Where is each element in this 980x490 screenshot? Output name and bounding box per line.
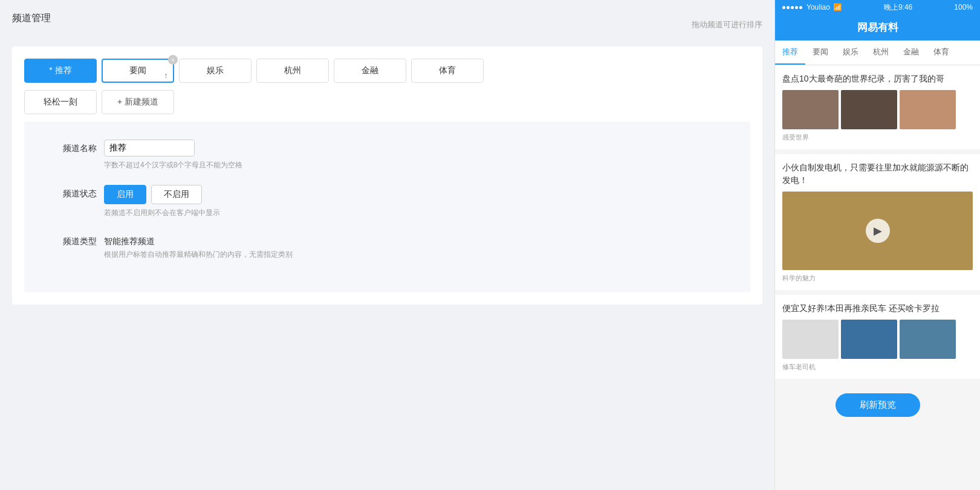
- tab-new-label: + 新建频道: [117, 97, 158, 108]
- tab-jinrong[interactable]: 金融: [334, 59, 406, 83]
- phone-app-title: 网易有料: [857, 22, 898, 33]
- news-title-3: 便宜又好养!本田再推亲民车 还买啥卡罗拉: [782, 302, 973, 315]
- news-images-1: [782, 90, 973, 129]
- tab-qingsong[interactable]: 轻松一刻: [24, 90, 97, 114]
- news-img-3-2: [841, 320, 897, 359]
- tab-tuijian-label: * 推荐: [49, 65, 71, 76]
- tab-yaojian[interactable]: × 要闻 ↑: [102, 59, 174, 83]
- channel-name-input[interactable]: [104, 140, 195, 156]
- status-dots: [782, 6, 802, 9]
- tab-yaojian-close[interactable]: ×: [168, 55, 178, 65]
- status-hint: 若频道不启用则不会在客户端中显示: [104, 208, 726, 218]
- form-label-name: 频道名称: [48, 140, 97, 154]
- tab-jinrong-label: 金融: [362, 65, 378, 76]
- form-row-status: 频道状态 启用 不启用 若频道不启用则不会在客户端中显示: [48, 185, 726, 218]
- news-card-3[interactable]: 便宜又好养!本田再推亲民车 还买啥卡罗拉 修车老司机: [775, 295, 980, 379]
- phone-tab-hangzhou[interactable]: 杭州: [866, 40, 896, 65]
- phone-content: 盘点10大最奇葩的世界纪录，厉害了我的哥 感受世界 小伙自制发电机，只需要往里加…: [775, 65, 980, 490]
- dot-4: [795, 6, 798, 9]
- battery-status: 100%: [954, 3, 973, 11]
- phone-tab-yule[interactable]: 娱乐: [836, 40, 866, 65]
- tab-tiyu[interactable]: 体育: [411, 59, 484, 83]
- page-title: 频道管理: [12, 12, 51, 25]
- channel-tabs-row1: * 推荐 × 要闻 ↑ 娱乐 杭州 金融 体育: [24, 59, 750, 83]
- news-img-3-1: [782, 320, 839, 359]
- channel-header: 频道管理 拖动频道可进行排序: [12, 12, 762, 37]
- cursor-icon: ↑: [164, 71, 168, 80]
- news-card-1[interactable]: 盘点10大最奇葩的世界纪录，厉害了我的哥 感受世界: [775, 65, 980, 149]
- channel-type-hint: 根据用户标签自动推荐最精确和热门的内容，无需指定类别: [104, 250, 726, 260]
- status-left: Youliao 📶: [782, 3, 842, 11]
- phone-title-bar: 网易有料: [775, 15, 980, 40]
- form-content-status: 启用 不启用 若频道不启用则不会在客户端中显示: [104, 185, 726, 218]
- news-images-3: [782, 320, 973, 359]
- phone-status-bar: Youliao 📶 晚上9:46 100%: [775, 0, 980, 15]
- refresh-btn-wrap: 刷新预览: [775, 384, 980, 427]
- tab-qingsong-label: 轻松一刻: [44, 97, 77, 108]
- news-title-1: 盘点10大最奇葩的世界纪录，厉害了我的哥: [782, 73, 973, 85]
- news-img-3-3: [900, 320, 956, 359]
- play-button[interactable]: ▶: [866, 219, 890, 243]
- tab-tuijian[interactable]: * 推荐: [24, 59, 97, 83]
- dot-5: [799, 6, 802, 9]
- tab-yule-label: 娱乐: [207, 65, 224, 76]
- refresh-preview-button[interactable]: 刷新预览: [836, 393, 920, 417]
- btn-enable[interactable]: 启用: [104, 185, 146, 204]
- network-name: Youliao: [806, 3, 830, 11]
- left-panel: 频道管理 拖动频道可进行排序 * 推荐 × 要闻 ↑ 娱乐 杭州: [0, 0, 774, 490]
- phone-tab-jinrong[interactable]: 金融: [896, 40, 926, 65]
- status-btn-group: 启用 不启用: [104, 185, 726, 204]
- news-large-img-2: ▶: [782, 192, 973, 270]
- phone-tab-yaojian[interactable]: 要闻: [805, 40, 836, 65]
- phone-nav-tabs: 推荐 要闻 娱乐 杭州 金融 体育: [775, 40, 980, 65]
- btn-disable[interactable]: 不启用: [151, 185, 202, 204]
- tab-yule[interactable]: 娱乐: [179, 59, 251, 83]
- news-source-1: 感受世界: [782, 133, 973, 142]
- news-img-1-1: [782, 90, 839, 129]
- news-img-1-3: [900, 90, 956, 129]
- phone-tab-tiyu[interactable]: 体育: [926, 40, 956, 65]
- dot-3: [791, 6, 794, 9]
- tab-yaojian-label: 要闻: [129, 65, 146, 76]
- news-title-2: 小伙自制发电机，只需要往里加水就能源源不断的发电！: [782, 161, 973, 187]
- wifi-icon: 📶: [833, 3, 842, 11]
- channel-tabs-row2: 轻松一刻 + 新建频道: [24, 90, 750, 114]
- dot-2: [787, 6, 790, 9]
- tab-hangzhou[interactable]: 杭州: [256, 59, 329, 83]
- form-label-type: 频道类型: [48, 233, 97, 247]
- tab-new-channel[interactable]: + 新建频道: [102, 90, 174, 114]
- news-source-2: 科学的魅力: [782, 274, 973, 283]
- news-img-1-2: [841, 90, 897, 129]
- news-source-3: 修车老司机: [782, 363, 973, 372]
- form-row-type: 频道类型 智能推荐频道 根据用户标签自动推荐最精确和热门的内容，无需指定类别: [48, 233, 726, 260]
- channel-type-value: 智能推荐频道: [104, 233, 726, 247]
- form-content-name: 字数不超过4个汉字或8个字母且不能为空格: [104, 140, 726, 170]
- drag-hint: 拖动频道可进行排序: [692, 19, 762, 30]
- form-row-name: 频道名称 字数不超过4个汉字或8个字母且不能为空格: [48, 140, 726, 170]
- right-phone-panel: Youliao 📶 晚上9:46 100% 网易有料 推荐 要闻 娱乐 杭州 金…: [774, 0, 980, 490]
- dot-1: [782, 6, 785, 9]
- tab-tiyu-label: 体育: [439, 65, 456, 76]
- news-card-2[interactable]: 小伙自制发电机，只需要往里加水就能源源不断的发电！ ▶ 科学的魅力: [775, 154, 980, 290]
- form-label-status: 频道状态: [48, 185, 97, 199]
- tab-hangzhou-label: 杭州: [284, 65, 301, 76]
- channel-detail-box: 频道名称 字数不超过4个汉字或8个字母且不能为空格 频道状态 启用 不启用 若频…: [24, 121, 750, 292]
- status-time: 晚上9:46: [884, 2, 912, 13]
- form-content-type: 智能推荐频道 根据用户标签自动推荐最精确和热门的内容，无需指定类别: [104, 233, 726, 260]
- channel-name-hint: 字数不超过4个汉字或8个字母且不能为空格: [104, 160, 726, 170]
- phone-tab-tuijian[interactable]: 推荐: [775, 40, 805, 65]
- channel-manage-box: * 推荐 × 要闻 ↑ 娱乐 杭州 金融 体育: [12, 47, 762, 305]
